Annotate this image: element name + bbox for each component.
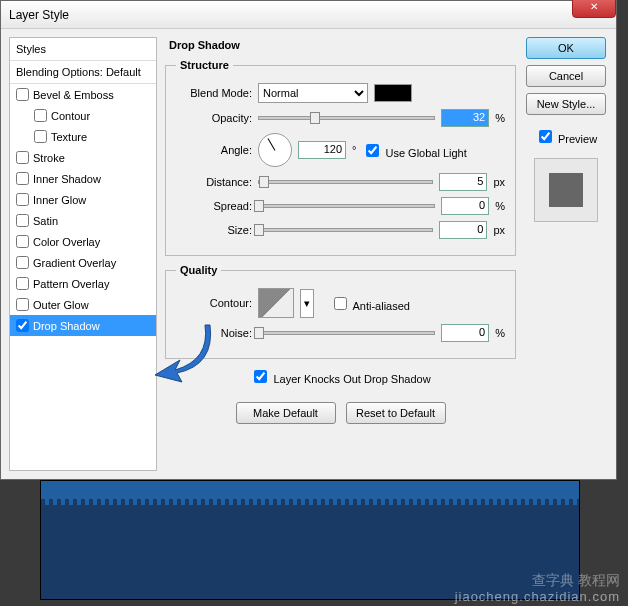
opacity-input[interactable]: 32: [441, 109, 489, 127]
section-title: Drop Shadow: [165, 37, 516, 51]
opacity-unit: %: [495, 112, 505, 124]
style-label: Color Overlay: [33, 236, 100, 248]
style-label: Stroke: [33, 152, 65, 164]
spread-slider[interactable]: [258, 204, 435, 208]
style-checkbox[interactable]: [16, 256, 29, 269]
style-checkbox[interactable]: [16, 88, 29, 101]
chevron-down-icon[interactable]: ▾: [300, 289, 314, 318]
style-checkbox[interactable]: [16, 235, 29, 248]
make-default-button[interactable]: Make Default: [236, 402, 336, 424]
style-label: Outer Glow: [33, 299, 89, 311]
watermark-url: jiaocheng.chazidian.com: [455, 589, 620, 604]
style-label: Pattern Overlay: [33, 278, 109, 290]
style-label: Contour: [51, 110, 90, 122]
angle-input[interactable]: 120: [298, 141, 346, 159]
blend-mode-label: Blend Mode:: [176, 87, 252, 99]
style-item-stroke[interactable]: Stroke: [10, 147, 156, 168]
style-item-texture[interactable]: Texture: [10, 126, 156, 147]
spread-unit: %: [495, 200, 505, 212]
noise-unit: %: [495, 327, 505, 339]
style-checkbox[interactable]: [16, 319, 29, 332]
knockout-checkbox[interactable]: Layer Knocks Out Drop Shadow: [250, 373, 430, 385]
distance-input[interactable]: 5: [439, 173, 487, 191]
size-slider[interactable]: [258, 228, 433, 232]
quality-group: Quality Contour: ▾ Anti-aliased Noise: 0…: [165, 264, 516, 359]
global-light-checkbox[interactable]: Use Global Light: [362, 141, 466, 160]
dialog-title: Layer Style: [9, 8, 69, 22]
layer-style-dialog: Layer Style ✕ Styles Blending Options: D…: [0, 0, 617, 480]
size-unit: px: [493, 224, 505, 236]
ok-button[interactable]: OK: [526, 37, 606, 59]
style-item-inner-glow[interactable]: Inner Glow: [10, 189, 156, 210]
style-label: Inner Shadow: [33, 173, 101, 185]
blending-options[interactable]: Blending Options: Default: [10, 61, 156, 84]
distance-slider[interactable]: [258, 180, 433, 184]
distance-label: Distance:: [176, 176, 252, 188]
options-panel: Drop Shadow Structure Blend Mode: Normal…: [165, 37, 516, 471]
style-item-outer-glow[interactable]: Outer Glow: [10, 294, 156, 315]
style-checkbox[interactable]: [16, 298, 29, 311]
style-checkbox[interactable]: [16, 214, 29, 227]
style-checkbox[interactable]: [16, 193, 29, 206]
angle-label: Angle:: [176, 144, 252, 156]
style-label: Texture: [51, 131, 87, 143]
close-button[interactable]: ✕: [572, 0, 616, 18]
style-item-drop-shadow[interactable]: Drop Shadow: [10, 315, 156, 336]
angle-unit: °: [352, 144, 356, 156]
size-input[interactable]: 0: [439, 221, 487, 239]
style-checkbox[interactable]: [16, 172, 29, 185]
style-item-inner-shadow[interactable]: Inner Shadow: [10, 168, 156, 189]
noise-slider[interactable]: [258, 331, 435, 335]
new-style-button[interactable]: New Style...: [526, 93, 606, 115]
spread-label: Spread:: [176, 200, 252, 212]
action-buttons: OK Cancel New Style... Preview: [524, 37, 608, 471]
contour-picker[interactable]: [258, 288, 294, 318]
background-image: [40, 480, 580, 600]
quality-legend: Quality: [176, 264, 221, 276]
style-item-pattern-overlay[interactable]: Pattern Overlay: [10, 273, 156, 294]
titlebar[interactable]: Layer Style ✕: [1, 1, 616, 29]
shadow-color-swatch[interactable]: [374, 84, 412, 102]
distance-unit: px: [493, 176, 505, 188]
style-checkbox[interactable]: [34, 109, 47, 122]
noise-input[interactable]: 0: [441, 324, 489, 342]
style-label: Bevel & Emboss: [33, 89, 114, 101]
watermark-cn: 查字典 教程网: [532, 572, 620, 590]
reset-default-button[interactable]: Reset to Default: [346, 402, 446, 424]
style-item-satin[interactable]: Satin: [10, 210, 156, 231]
style-item-contour[interactable]: Contour: [10, 105, 156, 126]
opacity-slider[interactable]: [258, 116, 435, 120]
style-item-color-overlay[interactable]: Color Overlay: [10, 231, 156, 252]
opacity-label: Opacity:: [176, 112, 252, 124]
noise-label: Noise:: [176, 327, 252, 339]
structure-group: Structure Blend Mode: Normal Opacity: 32…: [165, 59, 516, 256]
angle-dial[interactable]: [258, 133, 292, 167]
preview-swatch: [534, 158, 598, 222]
style-label: Satin: [33, 215, 58, 227]
styles-header[interactable]: Styles: [10, 38, 156, 61]
style-checkbox[interactable]: [16, 277, 29, 290]
styles-panel: Styles Blending Options: Default Bevel &…: [9, 37, 157, 471]
blend-mode-select[interactable]: Normal: [258, 83, 368, 103]
spread-input[interactable]: 0: [441, 197, 489, 215]
antialiased-checkbox[interactable]: Anti-aliased: [330, 294, 410, 313]
style-checkbox[interactable]: [16, 151, 29, 164]
style-item-bevel-emboss[interactable]: Bevel & Emboss: [10, 84, 156, 105]
cancel-button[interactable]: Cancel: [526, 65, 606, 87]
style-item-gradient-overlay[interactable]: Gradient Overlay: [10, 252, 156, 273]
style-label: Gradient Overlay: [33, 257, 116, 269]
style-checkbox[interactable]: [34, 130, 47, 143]
style-label: Drop Shadow: [33, 320, 100, 332]
size-label: Size:: [176, 224, 252, 236]
structure-legend: Structure: [176, 59, 233, 71]
contour-label: Contour:: [176, 297, 252, 309]
style-label: Inner Glow: [33, 194, 86, 206]
preview-checkbox[interactable]: Preview: [535, 127, 597, 146]
